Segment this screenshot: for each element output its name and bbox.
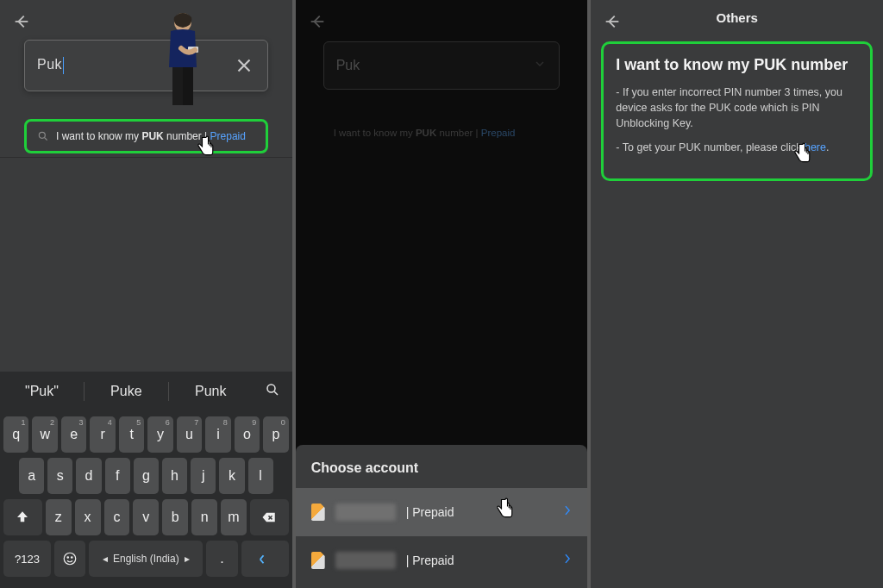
search-field-container[interactable]: Puk xyxy=(24,40,268,91)
chevron-right-icon xyxy=(563,553,572,568)
account-type-label: | Prepaid xyxy=(406,505,454,519)
key-mode[interactable]: ?123 xyxy=(3,541,51,577)
article-heading: I want to know my PUK number xyxy=(616,56,858,74)
keyboard-row-1: q1 w2 e3 r4 t5 y6 u7 i8 o9 p0 xyxy=(3,416,289,453)
key-h[interactable]: h xyxy=(162,458,187,494)
text-caret xyxy=(63,57,64,74)
search-result-highlight[interactable]: I want to know my PUK number | Prepaid xyxy=(24,119,268,153)
account-option-2[interactable]: | Prepaid xyxy=(296,536,588,585)
key-o[interactable]: o9 xyxy=(235,416,260,453)
keyboard-search-icon[interactable] xyxy=(253,382,292,401)
sheet-title: Choose account xyxy=(296,460,588,488)
suggestion-3[interactable]: Punk xyxy=(169,384,253,399)
keyboard-row-2: a s d f g h j k l xyxy=(3,458,289,494)
svg-point-5 xyxy=(267,385,275,392)
search-result-dimmed: I want to know my PUK number | Prepaid xyxy=(334,128,516,138)
screenshot-step-2: Puk I want to know my PUK number | Prepa… xyxy=(296,0,588,588)
chevron-right-icon xyxy=(563,504,572,520)
key-k[interactable]: k xyxy=(219,458,244,494)
key-y[interactable]: y6 xyxy=(147,416,172,453)
suggestion-1[interactable]: "Puk" xyxy=(0,384,84,399)
divider xyxy=(0,157,292,158)
svg-point-6 xyxy=(64,553,76,565)
key-emoji[interactable] xyxy=(54,541,86,577)
key-q[interactable]: q1 xyxy=(3,416,28,453)
screenshot-step-3: Others I want to know my PUK number - If… xyxy=(591,0,883,588)
key-i[interactable]: i8 xyxy=(205,416,230,453)
keyboard-suggestion-bar: "Puk" Puke Punk xyxy=(0,372,292,411)
chevron-down-icon xyxy=(533,57,547,74)
keyboard-row-4: ?123 ◂English (India)▸ . xyxy=(3,541,289,577)
here-link[interactable]: here xyxy=(805,141,826,153)
sim-icon xyxy=(311,504,325,521)
key-u[interactable]: u7 xyxy=(177,416,202,453)
back-arrow-icon[interactable] xyxy=(12,12,31,31)
key-l[interactable]: l xyxy=(248,458,273,494)
key-t[interactable]: t5 xyxy=(119,416,144,453)
key-v[interactable]: v xyxy=(133,499,159,535)
screenshot-step-1: Puk I want to know my PUK number | Prepa… xyxy=(0,0,292,588)
key-e[interactable]: e3 xyxy=(61,416,86,453)
search-icon xyxy=(37,130,49,142)
search-result-text: I want to know my PUK number | Prepaid xyxy=(56,130,246,142)
suggestion-2[interactable]: Puke xyxy=(85,384,168,399)
key-n[interactable]: n xyxy=(191,499,217,535)
account-number-redacted xyxy=(335,504,396,521)
key-r[interactable]: r4 xyxy=(90,416,115,453)
search-input[interactable]: Puk xyxy=(37,57,233,74)
clear-icon[interactable] xyxy=(233,54,255,77)
search-input-value: Puk xyxy=(37,57,62,72)
key-backspace[interactable] xyxy=(250,499,289,535)
search-input-value: Puk xyxy=(336,58,360,73)
key-m[interactable]: m xyxy=(221,499,247,535)
key-space[interactable]: ◂English (India)▸ xyxy=(89,541,203,577)
article-highlight: I want to know my PUK number - If you en… xyxy=(601,41,873,181)
search-field-dimmed: Puk xyxy=(323,41,560,90)
svg-point-8 xyxy=(72,557,73,559)
key-p[interactable]: p0 xyxy=(263,416,288,453)
account-number-redacted xyxy=(335,552,396,569)
account-type-label: | Prepaid xyxy=(406,554,454,567)
key-enter[interactable] xyxy=(241,541,289,577)
key-d[interactable]: d xyxy=(76,458,101,494)
sim-icon xyxy=(311,552,325,569)
key-f[interactable]: f xyxy=(105,458,130,494)
key-shift[interactable] xyxy=(3,499,42,535)
key-g[interactable]: g xyxy=(134,458,159,494)
article-paragraph-1: - If you enter incorrect PIN number 3 ti… xyxy=(616,84,858,131)
keyboard-row-3: z x c v b n m xyxy=(3,499,289,535)
key-c[interactable]: c xyxy=(104,499,130,535)
svg-point-0 xyxy=(174,13,191,32)
svg-point-7 xyxy=(67,557,69,559)
key-a[interactable]: a xyxy=(19,458,44,494)
account-option-1[interactable]: | Prepaid xyxy=(296,488,588,536)
key-j[interactable]: j xyxy=(191,458,216,494)
key-b[interactable]: b xyxy=(162,499,188,535)
key-period[interactable]: . xyxy=(206,541,238,577)
on-screen-keyboard: q1 w2 e3 r4 t5 y6 u7 i8 o9 p0 a s d f g … xyxy=(0,411,292,588)
key-x[interactable]: x xyxy=(75,499,101,535)
page-title: Others xyxy=(591,10,883,25)
back-arrow-icon[interactable] xyxy=(308,12,327,31)
svg-point-4 xyxy=(39,132,45,138)
key-w[interactable]: w2 xyxy=(32,416,57,453)
article-paragraph-2: - To get your PUK number, please click h… xyxy=(616,140,858,155)
key-s[interactable]: s xyxy=(47,458,72,494)
choose-account-sheet: Choose account | Prepaid | Prepaid xyxy=(296,445,588,588)
key-z[interactable]: z xyxy=(46,499,72,535)
